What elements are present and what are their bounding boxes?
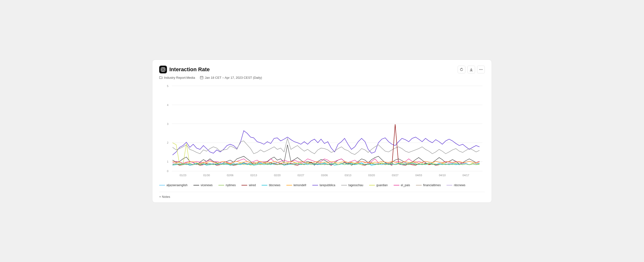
legend-item-nytimes: nytimes xyxy=(218,184,236,187)
instagram-icon xyxy=(159,66,167,73)
svg-text:03/27: 03/27 xyxy=(392,174,399,176)
svg-point-8 xyxy=(482,69,483,70)
svg-text:02/13: 02/13 xyxy=(250,174,257,176)
svg-text:02/06: 02/06 xyxy=(227,174,234,176)
notes-section[interactable]: + Notes xyxy=(159,192,485,199)
svg-text:2: 2 xyxy=(167,141,168,144)
legend-item-guardian: guardian xyxy=(369,184,388,187)
line-chart: 5 4 3 2 1 0 01/23 01/30 02/06 02/13 02/2… xyxy=(159,83,485,181)
card-header: Interaction Rate xyxy=(159,66,485,73)
main-card: Interaction Rate xyxy=(152,60,492,203)
legend-label-lemondefr: lemondefr xyxy=(294,184,306,187)
svg-text:0: 0 xyxy=(167,170,168,173)
more-button[interactable] xyxy=(477,66,485,73)
legend-label-nytimes: nytimes xyxy=(226,184,236,187)
legend-item-lemondefr: lemondefr xyxy=(286,184,306,187)
header-actions xyxy=(458,66,485,73)
svg-text:01/30: 01/30 xyxy=(203,174,210,176)
legend-label-vicenews: vicenews xyxy=(201,184,212,187)
legend-item-wired: wired xyxy=(242,184,256,187)
folder-label: Industry Report:Media xyxy=(164,76,195,79)
series-tagesschau xyxy=(172,138,480,154)
series-wired xyxy=(172,124,480,165)
legend-line-nytimes xyxy=(218,185,224,185)
legend-label-guardian: guardian xyxy=(376,184,388,187)
svg-text:03/06: 03/06 xyxy=(321,174,328,176)
svg-point-6 xyxy=(480,69,480,70)
svg-text:3: 3 xyxy=(167,122,168,125)
chart-legend: aljazeeraenglish vicenews nytimes wired … xyxy=(159,184,485,187)
legend-line-vicenews xyxy=(194,185,199,185)
chart-area: 5 4 3 2 1 0 01/23 01/30 02/06 02/13 02/2… xyxy=(159,83,485,181)
svg-point-3 xyxy=(164,68,165,68)
date-range-label: Jan 18 CET – Apr 17, 2023 CEST (Daily) xyxy=(205,76,262,79)
legend-item-aljazeeraenglish: aljazeeraenglish xyxy=(159,184,188,187)
header-left: Interaction Rate xyxy=(159,66,210,73)
svg-text:03/20: 03/20 xyxy=(368,174,375,176)
svg-text:01/23: 01/23 xyxy=(180,174,186,176)
calendar-icon xyxy=(200,76,203,79)
legend-label-el-pais: el_pais xyxy=(401,184,410,187)
refresh-button[interactable] xyxy=(458,66,466,73)
legend-label-wired: wired xyxy=(249,184,256,187)
legend-line-wired xyxy=(242,185,247,185)
legend-item-vicenews: vicenews xyxy=(194,184,212,187)
legend-item-nbcnews: nbcnews xyxy=(446,184,465,187)
folder-meta: Industry Report:Media xyxy=(159,76,195,79)
legend-item-el-pais: el_pais xyxy=(394,184,410,187)
legend-label-nbcnews: nbcnews xyxy=(454,184,465,187)
legend-item-larepubblica: larepubblica xyxy=(312,184,335,187)
legend-line-lemondefr xyxy=(286,185,292,185)
svg-point-7 xyxy=(481,69,482,70)
legend-label-larepubblica: larepubblica xyxy=(320,184,335,187)
legend-label-bbcnews: bbcnews xyxy=(269,184,280,187)
download-button[interactable] xyxy=(467,66,475,73)
legend-item-bbcnews: bbcnews xyxy=(262,184,280,187)
svg-text:02/27: 02/27 xyxy=(298,174,304,176)
legend-line-guardian xyxy=(369,185,375,185)
folder-icon xyxy=(159,76,162,79)
svg-text:03/13: 03/13 xyxy=(344,174,351,176)
date-meta: Jan 18 CET – Apr 17, 2023 CEST (Daily) xyxy=(200,76,262,79)
svg-text:1: 1 xyxy=(167,160,168,163)
legend-label-tagesschau: tagesschau xyxy=(348,184,363,187)
legend-line-el-pais xyxy=(394,185,400,185)
legend-item-tagesschau: tagesschau xyxy=(341,184,363,187)
svg-text:5: 5 xyxy=(167,84,168,87)
svg-rect-9 xyxy=(200,76,203,79)
meta-info: Industry Report:Media Jan 18 CET – Apr 1… xyxy=(159,76,485,79)
legend-line-aljazeeraenglish xyxy=(159,185,165,185)
svg-text:04/10: 04/10 xyxy=(439,174,446,176)
page-title: Interaction Rate xyxy=(169,66,210,73)
legend-label-financialtimes: financialtimes xyxy=(423,184,441,187)
legend-label-aljazeeraenglish: aljazeeraenglish xyxy=(166,184,188,187)
svg-text:4: 4 xyxy=(167,103,168,106)
legend-line-bbcnews xyxy=(262,185,268,185)
svg-text:04/03: 04/03 xyxy=(416,174,422,176)
svg-text:02/20: 02/20 xyxy=(274,174,281,176)
svg-text:04/17: 04/17 xyxy=(462,174,469,176)
notes-label: + Notes xyxy=(159,195,170,199)
legend-item-financialtimes: financialtimes xyxy=(416,184,441,187)
legend-line-nbcnews xyxy=(446,185,452,185)
legend-line-tagesschau xyxy=(341,185,347,185)
legend-line-larepubblica xyxy=(312,185,318,185)
svg-rect-0 xyxy=(159,66,167,73)
legend-line-financialtimes xyxy=(416,185,422,185)
